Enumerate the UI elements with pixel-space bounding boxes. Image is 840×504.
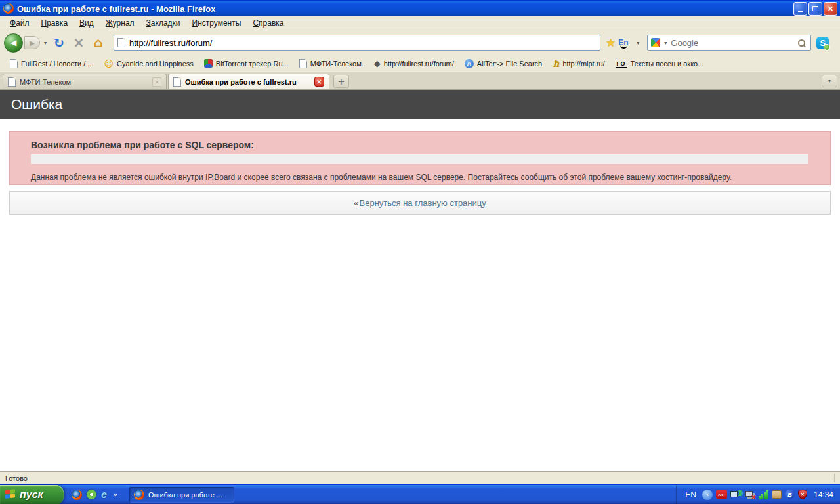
page-content: Ошибка Возникла проблема при работе с SQ… — [0, 90, 840, 471]
bookmark-mipt[interactable]: ħ http://mipt.ru/ — [548, 57, 609, 70]
site-page-icon — [117, 38, 125, 47]
network-disconnected-icon[interactable] — [745, 490, 755, 499]
menu-tools[interactable]: Инструменты — [186, 17, 247, 29]
page-icon — [299, 59, 307, 68]
smiley-icon: ☺ — [104, 59, 114, 68]
stop-button[interactable]: × — [70, 35, 87, 51]
error-detail-bar — [31, 154, 808, 164]
search-input[interactable] — [671, 38, 795, 48]
page-icon — [10, 59, 18, 68]
menu-help[interactable]: Справка — [247, 17, 289, 29]
system-tray: EN ‹ ATI B × 14:34 — [677, 485, 840, 504]
url-bar[interactable] — [114, 35, 600, 51]
tab-close-icon[interactable]: × — [314, 77, 324, 87]
bookmark-mipt-telecom[interactable]: МФТИ-Телеком. — [295, 57, 368, 70]
menu-history[interactable]: Журнал — [100, 17, 140, 29]
menu-file[interactable]: Файл — [4, 17, 35, 29]
bookmark-fullrest-forum[interactable]: ◆ http://fullrest.ru/forum/ — [369, 57, 459, 70]
internet-explorer-icon[interactable]: e — [101, 489, 107, 501]
refresh-button[interactable]: ↻ — [51, 35, 68, 50]
page-icon — [173, 77, 181, 87]
bookmarks-toolbar: FullRest / Новости / ... ☺ Cyanide and H… — [0, 55, 840, 72]
menu-bookmarks[interactable]: Закладки — [140, 17, 186, 29]
firefox-quicklaunch-icon[interactable] — [72, 490, 82, 500]
menu-view[interactable]: Вид — [74, 17, 100, 29]
close-button[interactable]: × — [824, 2, 837, 16]
sql-error-box: Возникла проблема при работе с SQL серве… — [9, 131, 831, 185]
texts-icon: ГО — [616, 60, 627, 68]
list-all-tabs-button[interactable]: ▾ — [822, 75, 837, 87]
page-title: Ошибка — [0, 90, 840, 119]
quicklaunch-more-icon[interactable]: » — [113, 490, 117, 499]
home-button[interactable]: ⌂ — [90, 35, 107, 51]
link-prefix: « — [354, 198, 358, 208]
firefox-icon — [134, 490, 144, 500]
skype-extension-icon[interactable]: S — [816, 37, 829, 49]
url-input[interactable] — [129, 38, 597, 48]
bittorrent-icon — [204, 59, 213, 68]
bookmark-cyanide[interactable]: ☺ Cyanide and Happiness — [99, 57, 198, 70]
new-tab-button[interactable]: + — [333, 75, 349, 88]
firefox-icon — [3, 3, 14, 14]
window-titlebar: Ошибка при работе с fullrest.ru - Mozill… — [0, 0, 840, 16]
restore-button[interactable] — [808, 2, 822, 16]
error-title: Возникла проблема при работе с SQL серве… — [31, 140, 808, 150]
menu-bar: Файл Правка Вид Журнал Закладки Инструме… — [0, 16, 840, 30]
tab-mipt-telecom[interactable]: МФТИ-Телеком × — [3, 74, 167, 89]
diamond-icon: ◆ — [374, 59, 381, 68]
taskbar: пуск e » Ошибка при работе ... EN ‹ ATI … — [0, 484, 840, 504]
windows-flag-icon — [5, 489, 16, 500]
back-button[interactable]: ◀ — [4, 33, 23, 52]
tab-error-fullrest[interactable]: Ошибка при работе с fullrest.ru × — [168, 74, 329, 89]
search-bar[interactable]: ▾ — [647, 35, 811, 51]
clock[interactable]: 14:34 — [814, 490, 833, 499]
ati-tray-icon[interactable]: ATI — [716, 490, 727, 499]
status-text: Готово — [5, 474, 28, 482]
back-link-box: « Вернуться на главную страницу — [9, 191, 831, 215]
navigation-toolbar: ◀ ▶ ▾ ↻ × ⌂ ★ En ▾ ▾ S — [0, 30, 840, 55]
bookmark-fullrest-news[interactable]: FullRest / Новости / ... — [5, 57, 98, 70]
wireless-tray-icon[interactable] — [730, 490, 742, 499]
page-icon — [8, 77, 16, 87]
minimize-button[interactable] — [793, 2, 807, 16]
language-indicator[interactable]: EN — [685, 490, 696, 499]
error-description: Данная проблема не является ошибкой внут… — [31, 173, 808, 182]
start-button[interactable]: пуск — [0, 485, 64, 504]
hbar-icon: ħ — [553, 59, 559, 68]
window-title: Ошибка при работе с fullrest.ru - Mozill… — [17, 4, 792, 14]
search-engine-dropdown-icon[interactable]: ▾ — [663, 40, 668, 46]
menu-edit[interactable]: Правка — [35, 17, 74, 29]
history-dropdown-icon[interactable]: ▾ — [43, 40, 48, 46]
bluetooth-icon[interactable]: B — [785, 490, 795, 499]
security-alert-icon[interactable]: × — [798, 490, 807, 499]
punto-tray-icon[interactable] — [772, 490, 782, 499]
tray-collapse-icon[interactable]: ‹ — [702, 490, 713, 500]
location-dropdown-icon[interactable]: ▾ — [635, 40, 640, 46]
back-to-main-link[interactable]: Вернуться на главную страницу — [360, 198, 486, 208]
tab-close-icon[interactable]: × — [152, 77, 161, 87]
signal-strength-icon[interactable] — [759, 490, 768, 499]
status-bar: Готово — [0, 471, 840, 484]
google-icon — [651, 38, 660, 47]
screen: Ошибка при работе с fullrest.ru - Mozill… — [0, 0, 840, 504]
task-button-firefox[interactable]: Ошибка при работе ... — [129, 487, 234, 503]
allter-icon: A — [465, 59, 474, 68]
search-icon[interactable] — [798, 39, 807, 47]
bookmark-star-icon[interactable]: ★ — [606, 36, 616, 49]
translator-extension-icon[interactable]: En — [618, 36, 633, 49]
bookmark-bittorrent[interactable]: BitTorrent трекер Ru... — [200, 57, 293, 70]
bookmark-song-texts[interactable]: ГО Тексты песен и акко... — [611, 58, 709, 70]
tab-bar: МФТИ-Телеком × Ошибка при работе с fullr… — [0, 72, 840, 90]
icq-icon[interactable] — [87, 490, 96, 499]
quick-launch: e » — [64, 489, 123, 501]
forward-button[interactable]: ▶ — [24, 36, 40, 49]
bookmark-allter[interactable]: A AllTer:-> File Search — [460, 57, 547, 70]
